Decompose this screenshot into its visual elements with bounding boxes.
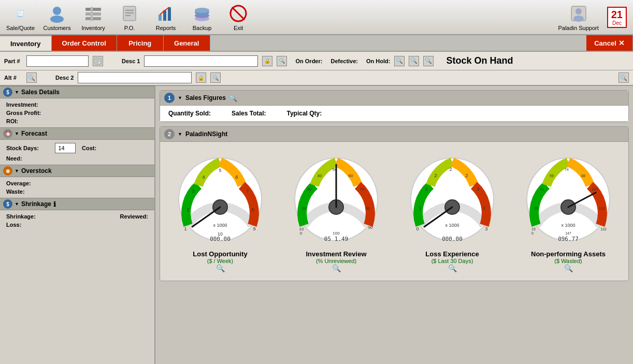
cancel-button[interactable]: Cancel ✕ (586, 35, 633, 51)
part-label: Part # (4, 58, 22, 64)
cost-label: Cost: (82, 145, 96, 151)
sales-details-body: Investment: Gross Profit: ROI: (0, 98, 154, 127)
gauge-info-lost-opportunity[interactable]: 🔍 (216, 264, 225, 272)
svg-rect-3 (85, 12, 101, 16)
svg-text:40: 40 (317, 173, 322, 178)
svg-text:3: 3 (192, 188, 194, 194)
svg-point-21 (573, 16, 584, 22)
svg-rect-2 (85, 8, 101, 11)
toolbar-item-backup[interactable]: Backup (184, 1, 220, 34)
shrinkage-info-icon[interactable]: ℹ (53, 200, 56, 208)
desc2-lock-btn[interactable]: 🔒 (196, 72, 206, 83)
svg-text:2: 2 (449, 167, 452, 172)
main-content: $ ▼ Sales Details Investment: Gross Prof… (0, 86, 633, 364)
part-input[interactable] (26, 55, 89, 67)
svg-text:1: 1 (419, 206, 421, 211)
gauge-info-loss-experience[interactable]: 🔍 (448, 264, 457, 272)
overstock-title: Overstock (21, 167, 52, 174)
forecast-body: Stock Days: Cost: Need: (0, 140, 154, 165)
toolbar-item-sale-quote[interactable]: 🧾 Sale/Quote (2, 1, 39, 34)
section-header-overstock[interactable]: ⊗ ▼ Overstock (0, 165, 154, 177)
tab-inventory[interactable]: Inventory (0, 35, 52, 51)
investment-row: Investment: (6, 100, 148, 109)
svg-line-18 (232, 7, 244, 20)
svg-text:2: 2 (434, 173, 437, 178)
svg-rect-6 (123, 6, 136, 21)
stock-days-input[interactable] (55, 143, 76, 153)
toolbar-item-po[interactable]: P.O. (111, 1, 148, 34)
shrinkage-title: Shrinkage (21, 200, 51, 208)
toolbar-item-exit[interactable]: Exit (220, 1, 256, 34)
alt-search-btn[interactable]: 🔍 (26, 72, 37, 83)
sales-figures-row: Quantity Sold: Sales Total: Typical Qty: (160, 106, 628, 122)
sale-quote-icon: 🧾 (10, 3, 31, 24)
sales-figures-info-icon[interactable]: 🔍 (229, 94, 237, 102)
part-search-btn[interactable] (93, 56, 103, 66)
gauge-subtitle-investment-review: (% Unreviewed) (316, 258, 356, 264)
svg-text:000.00: 000.00 (210, 236, 231, 242)
svg-point-20 (576, 8, 582, 14)
gauge-info-non-performing-assets[interactable]: 🔍 (564, 264, 573, 272)
gauge-svg-non-performing-assets: 15 29 44 59 74 88 103 118 132 147 0 (521, 150, 616, 246)
toolbar-item-reports[interactable]: Reports (148, 1, 184, 34)
svg-text:x 1000: x 1000 (561, 223, 575, 228)
svg-text:096.77: 096.77 (558, 236, 579, 242)
waste-label: Waste: (6, 188, 53, 195)
section-header-forecast[interactable]: ⏰ ▼ Forecast (0, 127, 154, 140)
tab-pricing[interactable]: Pricing (117, 35, 164, 51)
shrinkage-row: Shrinkage: Reviewed: (6, 212, 148, 221)
forecast-icon: ⏰ (3, 129, 12, 138)
section-header-sales-details[interactable]: $ ▼ Sales Details (0, 86, 154, 98)
toolbar-item-customers[interactable]: Customers (39, 1, 75, 34)
sales-details-title: Sales Details (21, 89, 60, 96)
defective-item: Defective: (330, 58, 358, 64)
search-bar-2: Alt # 🔍 Desc 2 🔒 🔍 🔍 (0, 70, 633, 86)
svg-text:5: 5 (219, 168, 221, 173)
gauge-svg-investment-review: 10 20 30 40 50 60 70 80 90 100 0 (289, 150, 384, 246)
roi-label: ROI: (6, 118, 53, 124)
svg-text:7: 7 (246, 188, 249, 194)
desc1-search-btn[interactable]: 🔍 (277, 56, 287, 66)
gauge-title-non-performing-assets: Non-performing Assets (531, 250, 606, 258)
roi-row: ROI: (6, 117, 148, 125)
defective-search-btn[interactable]: 🔍 (409, 56, 419, 66)
svg-text:3: 3 (482, 206, 485, 211)
gauge-svg-lost-opportunity: 1 2 3 4 5 6 7 8 9 10 (172, 150, 268, 246)
svg-point-0 (53, 7, 61, 15)
stock-search-btn[interactable]: 🔍 (618, 72, 629, 83)
date-number: 21 (611, 9, 623, 20)
gauge-info-investment-review[interactable]: 🔍 (332, 264, 341, 272)
loss-label: Loss: (6, 222, 53, 228)
on-hold-search-btn[interactable]: 🔍 (423, 56, 434, 66)
svg-text:20: 20 (301, 206, 306, 211)
desc2-label: Desc 2 (55, 75, 74, 81)
svg-text:0: 0 (531, 231, 534, 235)
svg-text:2: 2 (186, 207, 189, 212)
desc1-lock-btn[interactable]: 🔒 (262, 56, 272, 66)
gauge-subtitle-non-performing-assets: ($ Wasted) (554, 258, 582, 264)
section-header-shrinkage[interactable]: $ ▼ Shrinkage ℹ (0, 198, 154, 210)
toolbar-item-inventory[interactable]: Inventory (75, 1, 111, 34)
shrinkage-chevron: ▼ (15, 201, 19, 207)
desc1-label: Desc 1 (122, 58, 140, 64)
gauge-svg-loss-experience: 0 1 1 2 2 2 3 3 3 x 1000 000.00 (405, 150, 500, 246)
svg-text:90: 90 (368, 225, 372, 230)
desc2-input[interactable] (78, 72, 192, 83)
sales-figures-card: 1 ▼ Sales Figures 🔍 Quantity Sold: Sales… (160, 90, 629, 122)
inventory-icon (83, 3, 104, 24)
paladin-nsight-card: 2 ▼ PaladinNSight (160, 126, 629, 281)
tab-general[interactable]: General (164, 35, 210, 51)
tab-order-control[interactable]: Order Control (52, 35, 117, 51)
alt-label: Alt # (4, 75, 22, 81)
stock-days-row: Stock Days: Cost: (6, 142, 148, 154)
toolbar-label-sale-quote: Sale/Quote (6, 25, 35, 31)
desc1-input[interactable] (144, 55, 258, 67)
gauge-title-investment-review: Investment Review (306, 250, 366, 258)
on-order-search-btn[interactable]: 🔍 (394, 56, 405, 66)
gross-profit-row: Gross Profit: (6, 109, 148, 117)
toolbar-item-support[interactable]: Paladin Support (554, 1, 602, 34)
svg-rect-5 (91, 7, 93, 21)
gauge-title-lost-opportunity: Lost Opportunity (193, 250, 247, 258)
svg-text:132: 132 (600, 227, 607, 231)
desc2-search-btn[interactable]: 🔍 (210, 72, 221, 83)
